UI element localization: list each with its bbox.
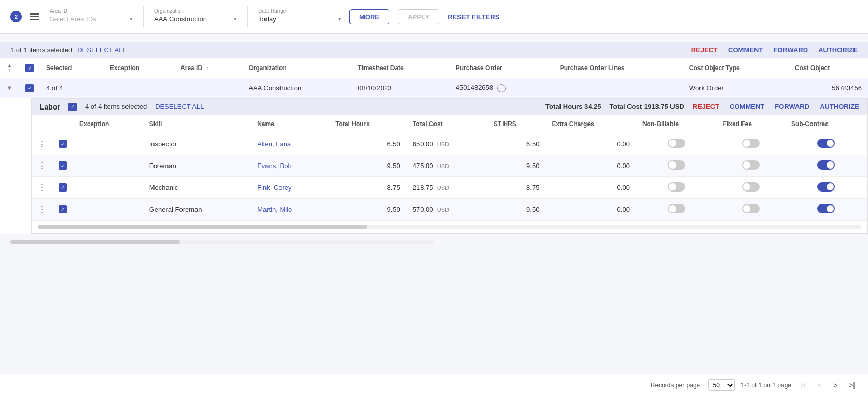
labor-table-row: ⋮ General Foreman Martin, Milo 9.50 570.… xyxy=(32,198,867,220)
labor-row-dots[interactable]: ⋮ xyxy=(32,155,52,176)
labor-authorize-link[interactable]: AUTHORIZE xyxy=(820,103,859,111)
labor-select-all-checkbox[interactable] xyxy=(68,103,77,111)
labor-table: Exception Skill Name Total Hours Total C… xyxy=(32,115,867,221)
labor-row-non-billable[interactable] xyxy=(636,198,717,220)
non-billable-toggle[interactable] xyxy=(668,139,685,148)
badge-count: 2 xyxy=(10,11,22,22)
labor-row-fixed-fee[interactable] xyxy=(717,133,785,155)
labor-row-sub-contrac[interactable] xyxy=(785,176,867,198)
labor-row-dots[interactable]: ⋮ xyxy=(32,198,52,220)
labor-row-checkbox[interactable] xyxy=(59,205,67,213)
labor-row-total-cost: 650.00 USD xyxy=(407,133,487,155)
labor-row-non-billable[interactable] xyxy=(636,176,717,198)
labor-label: Labor xyxy=(40,103,60,111)
labor-row-exception xyxy=(73,198,143,220)
area-id-chevron: ▾ xyxy=(130,16,133,22)
date-range-select[interactable]: Today ▾ xyxy=(258,15,341,25)
labor-total-cost: Total Cost 1913.75 USD xyxy=(609,103,684,111)
labor-row-checkbox[interactable] xyxy=(59,183,67,192)
row-checkbox-cell[interactable] xyxy=(19,78,40,98)
labor-row-non-billable[interactable] xyxy=(636,155,717,176)
organization-filter: Organization AAA Construction ▾ xyxy=(154,8,237,25)
sub-contrac-toggle[interactable] xyxy=(817,160,835,170)
selection-bar: 1 of 1 items selected DESELECT ALL REJEC… xyxy=(0,42,868,58)
fixed-fee-toggle[interactable] xyxy=(742,204,760,213)
labor-row-checkbox[interactable] xyxy=(59,161,67,170)
date-range-filter: Date Range Today ▾ xyxy=(258,8,341,25)
labor-row-name[interactable]: Evans, Bob xyxy=(251,155,329,176)
row-summary: 4 of 4 xyxy=(40,78,104,98)
labor-row-name[interactable]: Allen, Lana xyxy=(251,133,329,155)
authorize-link[interactable]: AUTHORIZE xyxy=(818,46,858,54)
apply-button[interactable]: APPLY xyxy=(398,9,439,24)
menu-icon[interactable] xyxy=(30,13,39,20)
reject-link[interactable]: REJECT xyxy=(691,46,718,54)
fixed-fee-toggle[interactable] xyxy=(742,160,760,170)
labor-row-fixed-fee[interactable] xyxy=(717,155,785,176)
labor-comment-link[interactable]: COMMENT xyxy=(730,103,764,111)
labor-row-fixed-fee[interactable] xyxy=(717,176,785,198)
col-selected: Selected xyxy=(40,58,104,78)
col-area-id[interactable]: Area ID ↑ xyxy=(174,58,242,78)
labor-row-dots[interactable]: ⋮ xyxy=(32,176,52,198)
reset-filters-button[interactable]: RESET FILTERS xyxy=(447,13,499,21)
organization-select[interactable]: AAA Construction ▾ xyxy=(154,15,237,25)
labor-col-name: Name xyxy=(251,115,329,133)
labor-row-skill: General Foreman xyxy=(143,198,251,220)
labor-row-exception xyxy=(73,133,143,155)
non-billable-toggle[interactable] xyxy=(668,182,685,192)
labor-reject-link[interactable]: REJECT xyxy=(693,103,719,111)
labor-row-sub-contrac[interactable] xyxy=(785,155,867,176)
sub-contrac-toggle[interactable] xyxy=(817,204,835,213)
labor-deselect-all[interactable]: DESELECT ALL xyxy=(155,103,204,111)
row-checkbox[interactable] xyxy=(25,84,34,92)
labor-total-hours: Total Hours 34.25 xyxy=(545,103,601,111)
labor-row-checkbox-cell[interactable] xyxy=(52,198,73,220)
labor-forward-link[interactable]: FORWARD xyxy=(775,103,809,111)
deselect-all-link[interactable]: DESELECT ALL xyxy=(77,46,126,54)
sub-contrac-toggle[interactable] xyxy=(817,139,835,148)
organization-label: Organization xyxy=(154,8,237,14)
row-expand[interactable]: ▼ xyxy=(0,78,19,98)
labor-row-sub-contrac[interactable] xyxy=(785,133,867,155)
labor-row-checkbox-cell[interactable] xyxy=(52,155,73,176)
date-range-value: Today xyxy=(258,15,276,23)
col-timesheet-date: Timesheet Date xyxy=(352,58,449,78)
labor-row-st-hrs: 6.50 xyxy=(487,133,546,155)
labor-col-total-cost: Total Cost xyxy=(407,115,487,133)
row-purchase-order: 4501482658 i xyxy=(450,78,554,98)
labor-row-dots[interactable]: ⋮ xyxy=(32,133,52,155)
labor-row-non-billable[interactable] xyxy=(636,133,717,155)
labor-row-total-cost: 218.75 USD xyxy=(407,176,487,198)
non-billable-toggle[interactable] xyxy=(668,160,685,170)
row-cost-object-type: Work Order xyxy=(683,78,789,98)
labor-scrollbar[interactable] xyxy=(32,221,867,233)
more-button[interactable]: MORE xyxy=(349,9,389,24)
info-icon[interactable]: i xyxy=(497,84,506,92)
row-exception xyxy=(104,78,174,98)
labor-row-extra-charges: 0.00 xyxy=(545,133,636,155)
main-scrollbar[interactable] xyxy=(0,234,868,250)
labor-row-sub-contrac[interactable] xyxy=(785,198,867,220)
select-all-col-header[interactable] xyxy=(19,58,40,78)
labor-row-fixed-fee[interactable] xyxy=(717,198,785,220)
forward-link[interactable]: FORWARD xyxy=(773,46,808,54)
labor-table-wrapper: Exception Skill Name Total Hours Total C… xyxy=(32,115,867,221)
area-id-select[interactable]: Select Area IDs ▾ xyxy=(50,15,133,25)
labor-action-links: REJECT COMMENT FORWARD AUTHORIZE xyxy=(693,103,859,111)
top-action-links: REJECT COMMENT FORWARD AUTHORIZE xyxy=(691,46,858,54)
labor-row-name[interactable]: Fink, Corey xyxy=(251,176,329,198)
labor-row-name[interactable]: Martin, Milo xyxy=(251,198,329,220)
labor-row-exception xyxy=(73,155,143,176)
labor-row-skill: Inspector xyxy=(143,133,251,155)
select-all-checkbox[interactable] xyxy=(25,64,34,72)
labor-row-checkbox-cell[interactable] xyxy=(52,176,73,198)
labor-row-checkbox[interactable] xyxy=(59,140,67,148)
comment-link[interactable]: COMMENT xyxy=(728,46,763,54)
fixed-fee-toggle[interactable] xyxy=(742,182,760,192)
fixed-fee-toggle[interactable] xyxy=(742,139,760,148)
labor-row-checkbox-cell[interactable] xyxy=(52,133,73,155)
non-billable-toggle[interactable] xyxy=(668,204,685,213)
sub-contrac-toggle[interactable] xyxy=(817,182,835,192)
col-cost-object: Cost Object xyxy=(789,58,868,78)
